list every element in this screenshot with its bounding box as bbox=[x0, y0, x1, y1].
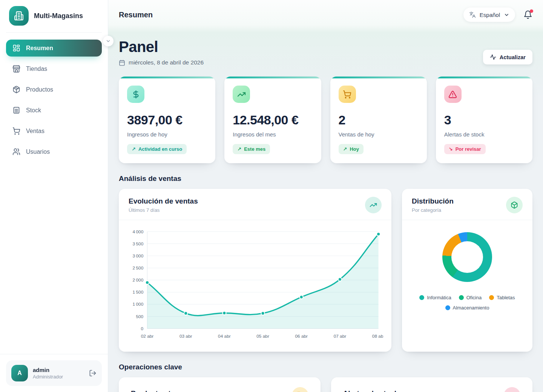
dollar-icon bbox=[132, 90, 140, 99]
date-row: miércoles, 8 de abril de 2026 bbox=[119, 59, 204, 66]
logout-icon bbox=[89, 369, 97, 377]
store-icon bbox=[12, 65, 20, 73]
svg-text:02 abr: 02 abr bbox=[141, 334, 154, 339]
main-content: Resumen Español Panel miércoles, 8 de ab… bbox=[108, 0, 543, 392]
svg-text:04 abr: 04 abr bbox=[218, 334, 231, 339]
distribution-card: Distribución Por categoría Informática O… bbox=[402, 189, 532, 352]
svg-text:05 abr: 05 abr bbox=[256, 334, 269, 339]
activity-icon bbox=[490, 54, 496, 60]
page-header: Panel miércoles, 8 de abril de 2026 Actu… bbox=[108, 29, 543, 74]
building-icon bbox=[14, 11, 24, 21]
page-title: Panel bbox=[119, 38, 204, 55]
languages-icon bbox=[469, 11, 476, 18]
calendar-icon bbox=[119, 60, 125, 66]
svg-text:07 abr: 07 abr bbox=[334, 334, 347, 339]
charts-row: Evolución de ventas Últimos 7 días 05001… bbox=[119, 189, 532, 352]
svg-text:2 500: 2 500 bbox=[133, 265, 144, 271]
stat-cards: 3897,00 € Ingresos de hoy ↗Actividad en … bbox=[119, 77, 532, 163]
stat-card-ingresos-mes: 12.548,00 € Ingresos del mes ↗Este mes bbox=[224, 77, 321, 163]
sidebar-item-label: Usuarios bbox=[26, 149, 50, 155]
package-icon bbox=[511, 201, 518, 209]
stat-value: 12.548,00 € bbox=[233, 113, 313, 127]
stat-card-alertas-stock: 3 Alertas de stock ↘Por revisar bbox=[436, 77, 532, 163]
arrow-up-right-icon: ↗ bbox=[132, 146, 136, 152]
refresh-button[interactable]: Actualizar bbox=[483, 50, 532, 64]
users-icon bbox=[12, 148, 20, 156]
brand-logo bbox=[9, 6, 29, 26]
sidebar-nav: Resumen Tiendas Productos Stock Ventas U… bbox=[0, 33, 108, 354]
current-date: miércoles, 8 de abril de 2026 bbox=[129, 59, 204, 66]
user-role: Administrador bbox=[33, 374, 84, 380]
svg-text:500: 500 bbox=[136, 314, 143, 319]
status-badge: ↘Por revisar bbox=[444, 144, 486, 154]
section-operations-title: Operaciones clave bbox=[119, 363, 532, 371]
sidebar-item-tiendas[interactable]: Tiendas bbox=[6, 60, 102, 77]
user-name: admin bbox=[33, 367, 84, 373]
user-card: A admin Administrador bbox=[6, 360, 102, 386]
sidebar-item-label: Resumen bbox=[26, 45, 53, 52]
status-badge: ↗Este mes bbox=[233, 144, 270, 154]
sidebar-item-usuarios[interactable]: Usuarios bbox=[6, 143, 102, 160]
sidebar-item-ventas[interactable]: Ventas bbox=[6, 122, 102, 139]
stat-value: 2 bbox=[339, 113, 419, 127]
brand-name: Multi-Magasins bbox=[34, 12, 83, 20]
logout-button[interactable] bbox=[89, 369, 97, 377]
legend-item-tabletas[interactable]: Tabletas bbox=[489, 295, 515, 300]
status-badge: ↗Actividad en curso bbox=[127, 144, 187, 154]
top-products-card: Productos top bbox=[119, 377, 321, 392]
warehouse-icon bbox=[12, 106, 20, 114]
sidebar-footer: A admin Administrador bbox=[0, 354, 108, 392]
stock-alerts-card: Alertas de stock bbox=[331, 377, 533, 392]
stat-label: Ingresos de hoy bbox=[127, 131, 207, 138]
sidebar-item-stock[interactable]: Stock bbox=[6, 102, 102, 119]
sidebar-item-productos[interactable]: Productos bbox=[6, 81, 102, 98]
svg-text:1 000: 1 000 bbox=[133, 302, 144, 307]
sidebar-item-resumen[interactable]: Resumen bbox=[6, 40, 102, 57]
svg-text:08 abr: 08 abr bbox=[372, 334, 383, 339]
svg-text:2 000: 2 000 bbox=[133, 277, 144, 283]
notification-dot bbox=[530, 9, 533, 13]
sidebar-item-label: Ventas bbox=[26, 128, 44, 135]
avatar: A bbox=[11, 365, 28, 381]
sidebar-item-label: Productos bbox=[26, 86, 53, 93]
topbar: Resumen Español bbox=[108, 0, 543, 29]
section-analysis-title: Análisis de ventas bbox=[119, 175, 532, 183]
bottom-cards: Productos top Alertas de stock bbox=[119, 377, 532, 392]
stat-card-ventas-hoy: 2 Ventas de hoy ↗Hoy bbox=[330, 77, 427, 163]
chart-subtitle: Últimos 7 días bbox=[129, 207, 198, 213]
language-value: Español bbox=[480, 12, 500, 18]
sales-line-chart: 05001 0001 5002 0002 5003 0003 5004 0000… bbox=[119, 220, 391, 352]
legend-item-oficina[interactable]: Oficina bbox=[459, 295, 482, 300]
cart-icon bbox=[343, 90, 351, 99]
svg-text:03 abr: 03 abr bbox=[179, 334, 192, 339]
stat-label: Alertas de stock bbox=[444, 131, 524, 138]
stat-label: Ventas de hoy bbox=[339, 131, 419, 138]
card-title: Alertas de stock bbox=[343, 389, 399, 392]
svg-text:06 abr: 06 abr bbox=[295, 334, 308, 339]
stat-value: 3 bbox=[444, 113, 524, 127]
notifications-button[interactable] bbox=[523, 10, 532, 19]
language-selector[interactable]: Español bbox=[463, 8, 515, 22]
topbar-title: Resumen bbox=[119, 11, 153, 19]
chart-subtitle: Por categoría bbox=[412, 207, 454, 213]
arrow-up-right-icon: ↗ bbox=[343, 146, 347, 152]
svg-text:4 000: 4 000 bbox=[133, 229, 144, 234]
dashboard-icon bbox=[12, 44, 20, 52]
chevron-down-icon bbox=[106, 38, 111, 44]
svg-text:1 500: 1 500 bbox=[133, 289, 144, 295]
sidebar: Multi-Magasins Resumen Tiendas Productos… bbox=[0, 0, 108, 392]
chevron-down-icon bbox=[504, 12, 509, 18]
card-title: Productos top bbox=[131, 389, 179, 392]
category-donut-chart bbox=[442, 232, 492, 282]
legend-item-almacenamiento[interactable]: Almacenamiento bbox=[445, 305, 489, 311]
trending-up-icon bbox=[370, 201, 377, 209]
arrow-down-right-icon: ↘ bbox=[449, 146, 453, 152]
sidebar-collapse-button[interactable] bbox=[103, 36, 114, 46]
sales-evolution-card: Evolución de ventas Últimos 7 días 05001… bbox=[119, 189, 391, 352]
alert-triangle-icon bbox=[448, 90, 457, 99]
chart-title: Distribución bbox=[412, 197, 454, 205]
arrow-up-right-icon: ↗ bbox=[237, 146, 241, 152]
legend-item-informatica[interactable]: Informática bbox=[419, 295, 451, 300]
sidebar-item-label: Tiendas bbox=[26, 66, 47, 72]
donut-legend: Informática Oficina Tabletas Almacenamie… bbox=[413, 295, 522, 311]
